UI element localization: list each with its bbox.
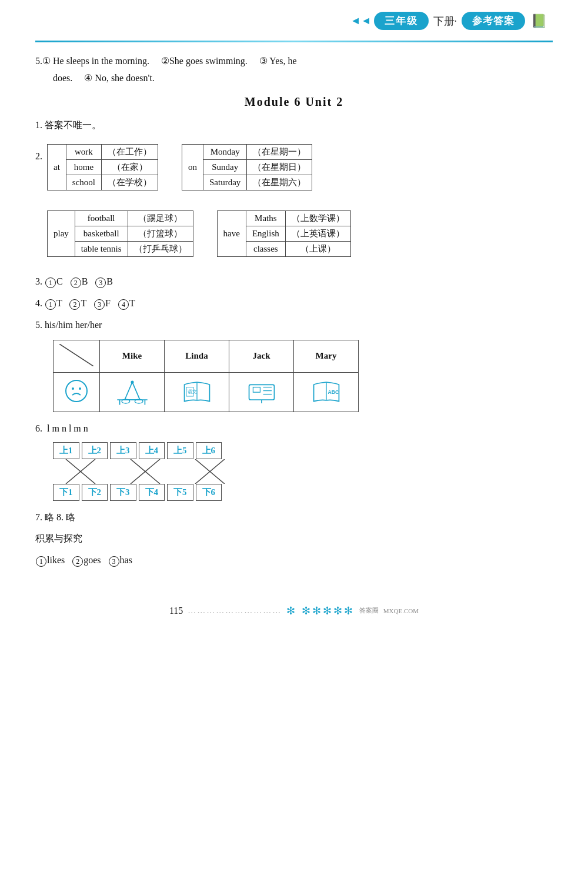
q5-part4: does. bbox=[53, 73, 72, 83]
box-bottom-2: 下2 bbox=[82, 484, 108, 501]
on-sunday: Sunday bbox=[203, 160, 247, 175]
q2-label: 2. bbox=[35, 138, 42, 162]
accumulate-title: 积累与探究 bbox=[35, 533, 82, 543]
q6-item: 6. l m n l m n bbox=[35, 420, 553, 437]
q5-his-text: 5. his/him her/her bbox=[35, 320, 102, 330]
jack-pic-cell bbox=[229, 372, 294, 412]
mary-pic-cell: ABC bbox=[294, 372, 359, 412]
box-top-2: 上2 bbox=[82, 442, 108, 459]
box-top-4: 上4 bbox=[139, 442, 165, 459]
at-home: home bbox=[66, 160, 101, 175]
q5-sentence: 5.① He sleeps in the morning. ②She goes … bbox=[35, 53, 553, 87]
on-sunday-cn: （在星期日） bbox=[247, 160, 312, 175]
have-maths-cn: （上数学课） bbox=[285, 211, 350, 226]
module-title: Module 6 Unit 2 bbox=[35, 95, 553, 109]
have-classes-cn: （上课） bbox=[285, 242, 350, 257]
play-label: play bbox=[48, 211, 75, 257]
arrow-icon: ◄◄ bbox=[350, 15, 372, 27]
grade-label: 三年级 bbox=[374, 12, 429, 30]
table-header-diag bbox=[54, 340, 100, 372]
svg-marker-5 bbox=[125, 382, 140, 400]
q3-text: 3. 1C 2B 3B bbox=[35, 276, 113, 286]
grade-badge: ◄◄ 三年级 下册· 参考答案 📗 bbox=[350, 12, 547, 30]
jack-pic-icon bbox=[244, 376, 279, 406]
q1-text: 1. 答案不唯一。 bbox=[35, 120, 101, 130]
svg-point-2 bbox=[72, 387, 74, 390]
have-classes: classes bbox=[246, 242, 285, 257]
box-bottom-5: 下5 bbox=[167, 484, 193, 501]
book-icon: 📗 bbox=[531, 14, 547, 29]
acc-answers-item: 1likes 2goes 3has bbox=[35, 552, 553, 569]
box-bottom-6: 下6 bbox=[196, 484, 222, 501]
box-top-1: 上1 bbox=[53, 442, 79, 459]
q6-top-row: 上1 上2 上3 上4 上5 上6 bbox=[53, 442, 553, 459]
box-bottom-3: 下3 bbox=[110, 484, 136, 501]
q2-tables-top: at work （在工作） home （在家） school （在学校） on … bbox=[47, 144, 351, 190]
at-work: work bbox=[66, 145, 101, 160]
q2-play-table: play football （踢足球） basketball （打篮球） tab… bbox=[47, 210, 193, 257]
table-header-jack: Jack bbox=[229, 340, 294, 372]
at-home-cn: （在家） bbox=[102, 160, 158, 175]
on-label: on bbox=[182, 145, 203, 190]
box-bottom-4: 下4 bbox=[139, 484, 165, 501]
footer-stars: ✻ ✻✻✻✻✻ bbox=[286, 604, 355, 617]
q5-part2: ②She goes swimming. bbox=[161, 56, 248, 66]
on-saturday: Saturday bbox=[203, 175, 247, 190]
mary-pic-icon: ABC bbox=[309, 376, 344, 406]
q5-part1: 5.① He sleeps in the morning. bbox=[35, 56, 149, 66]
q5-part3: ③ Yes, he bbox=[259, 56, 297, 66]
box-top-6: 上6 bbox=[196, 442, 222, 459]
cross-lines bbox=[53, 459, 247, 484]
q6-boxes-container: 上1 上2 上3 上4 上5 上6 下1 下2 下3 下4 下5 下6 bbox=[53, 442, 553, 501]
play-football-cn: （踢足球） bbox=[128, 211, 193, 226]
play-basketball-cn: （打篮球） bbox=[128, 226, 193, 242]
page-header: ◄◄ 三年级 下册· 参考答案 📗 bbox=[35, 12, 553, 30]
box-top-3: 上3 bbox=[110, 442, 136, 459]
accumulate-item: 积累与探究 bbox=[35, 530, 553, 547]
q3-item: 3. 1C 2B 3B bbox=[35, 273, 553, 290]
page-number: 115 bbox=[169, 606, 183, 616]
box-bottom-1: 下1 bbox=[53, 484, 79, 501]
picture-table: Mike Linda Jack Mary bbox=[53, 340, 359, 412]
q1-item: 1. 答案不唯一。 bbox=[35, 117, 553, 134]
footer-url: MXQE.COM bbox=[383, 607, 419, 614]
mike-pic-icon bbox=[115, 376, 150, 406]
q4-text: 4. 1T 2T 3F 4T bbox=[35, 298, 135, 308]
q5-his-item: 5. his/him her/her bbox=[35, 317, 553, 334]
sad-face-icon bbox=[65, 379, 88, 403]
acc-answers-text: 1likes 2goes 3has bbox=[35, 555, 132, 565]
have-label: have bbox=[217, 211, 246, 257]
header-line bbox=[35, 41, 553, 42]
have-maths: Maths bbox=[246, 211, 285, 226]
cross-lines-svg bbox=[53, 459, 247, 484]
footer-dots: ………………………… bbox=[188, 606, 282, 616]
play-football: football bbox=[75, 211, 128, 226]
q6-seq: l m n l m n bbox=[47, 423, 88, 433]
on-monday-cn: （在星期一） bbox=[247, 145, 312, 160]
have-english: English bbox=[246, 226, 285, 242]
svg-rect-15 bbox=[253, 387, 260, 392]
svg-text:语文: 语文 bbox=[187, 389, 196, 394]
q4-item: 4. 1T 2T 3F 4T bbox=[35, 295, 553, 312]
play-basketball: basketball bbox=[75, 226, 128, 242]
mike-pic-cell bbox=[100, 372, 165, 412]
table-header-linda: Linda bbox=[165, 340, 229, 372]
play-tabletennis-cn: （打乒乓球） bbox=[128, 242, 193, 257]
svg-point-1 bbox=[66, 380, 87, 402]
diagonal-line-icon bbox=[59, 344, 93, 366]
have-english-cn: （上英语课） bbox=[285, 226, 350, 242]
q2-at-table: at work （在工作） home （在家） school （在学校） bbox=[47, 144, 158, 190]
picture-table-wrap: Mike Linda Jack Mary bbox=[53, 340, 553, 412]
play-tabletennis: table tennis bbox=[75, 242, 128, 257]
on-monday: Monday bbox=[203, 145, 247, 160]
q5-part5: ④ No, she doesn't. bbox=[84, 73, 155, 83]
linda-pic-icon: 语文 bbox=[179, 376, 215, 406]
answer-label: 参考答案 bbox=[462, 12, 525, 30]
q7-q8-text: 7. 略 8. 略 bbox=[35, 512, 75, 522]
svg-text:ABC: ABC bbox=[328, 389, 339, 394]
on-saturday-cn: （在星期六） bbox=[247, 175, 312, 190]
svg-point-3 bbox=[79, 387, 81, 390]
separator: 下册· bbox=[433, 14, 457, 28]
at-school-cn: （在学校） bbox=[102, 175, 158, 190]
q6-bottom-row: 下1 下2 下3 下4 下5 下6 bbox=[53, 484, 553, 501]
